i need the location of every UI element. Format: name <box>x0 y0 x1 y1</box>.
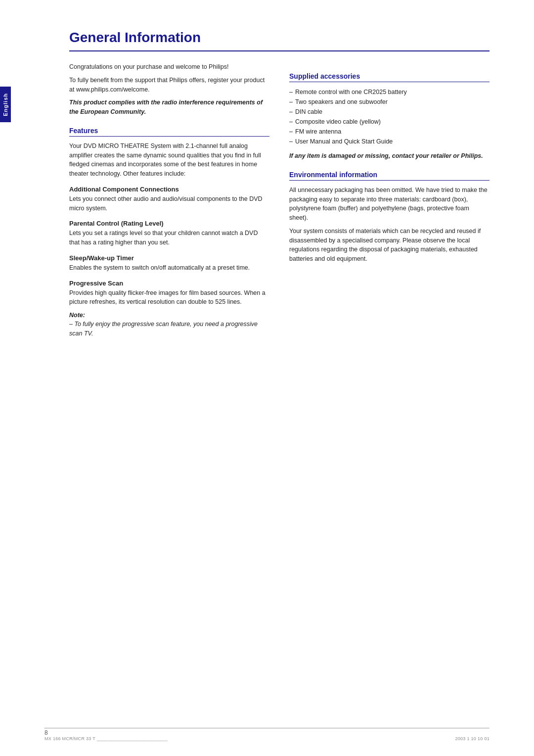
bottom-text-left: MX 166 MCR/MCR 33 T ____________________… <box>44 736 168 741</box>
environmental-heading: Environmental information <box>289 171 490 181</box>
sub-feature-2-body: Enables the system to switch on/off auto… <box>69 263 269 273</box>
accessory-item-5: User Manual and Quick Start Guide <box>289 137 490 146</box>
sub-feature-1-title: Parental Control (Rating Level) <box>69 220 269 227</box>
features-intro: Your DVD MICRO THEATRE System with 2.1-c… <box>69 142 269 179</box>
sub-feature-3-title: Progressive Scan <box>69 280 269 287</box>
compliance-text: This product complies with the radio int… <box>69 98 269 117</box>
intro-para1: Congratulations on your purchase and wel… <box>69 62 269 72</box>
page-title: General Information <box>69 30 490 46</box>
accessory-item-3: Composite video cable (yellow) <box>289 117 490 127</box>
left-column: Congratulations on your purchase and wel… <box>69 62 269 342</box>
accessory-item-4: FM wire antenna <box>289 127 490 137</box>
sub-feature-1: Parental Control (Rating Level) Lets you… <box>69 220 269 247</box>
right-column: Supplied accessories Remote control with… <box>289 62 490 342</box>
environmental-para1: All unnecessary packaging has been omitt… <box>289 186 490 223</box>
accessories-list: Remote control with one CR2025 battery T… <box>289 87 490 146</box>
page: English General Information Congratulati… <box>0 0 534 756</box>
note-text: – To fully enjoy the progressive scan fe… <box>69 320 269 338</box>
sub-feature-2-title: Sleep/Wake-up Timer <box>69 254 269 262</box>
sub-feature-0-body: Lets you connect other audio and audio/v… <box>69 194 269 213</box>
bottom-text-right: 2003 1 10 10 01 <box>455 736 490 741</box>
sub-feature-0: Additional Component Connections Lets yo… <box>69 186 269 213</box>
page-number: 8 <box>44 729 48 736</box>
language-tab: English <box>0 87 11 122</box>
sub-feature-3: Progressive Scan Provides high quality f… <box>69 280 269 307</box>
sub-feature-3-body: Provides high quality flicker-free image… <box>69 288 269 307</box>
sub-feature-2: Sleep/Wake-up Timer Enables the system t… <box>69 254 269 273</box>
environmental-para2: Your system consists of materials which … <box>289 227 490 264</box>
sub-feature-0-title: Additional Component Connections <box>69 186 269 193</box>
accessory-item-2: DIN cable <box>289 107 490 117</box>
intro-para2: To fully benefit from the support that P… <box>69 76 269 94</box>
accessories-warning: If any item is damaged or missing, conta… <box>289 151 490 161</box>
supplied-accessories-heading: Supplied accessories <box>289 72 490 82</box>
accessory-item-0: Remote control with one CR2025 battery <box>289 87 490 97</box>
note-label: Note: <box>69 312 269 319</box>
bottom-rule <box>44 728 490 729</box>
sub-feature-1-body: Lets you set a ratings level so that you… <box>69 229 269 247</box>
main-content: Congratulations on your purchase and wel… <box>69 62 490 342</box>
title-divider <box>69 50 490 51</box>
sub-features-list: Additional Component Connections Lets yo… <box>69 186 269 307</box>
accessory-item-1: Two speakers and one subwoofer <box>289 97 490 107</box>
language-tab-label: English <box>2 93 8 116</box>
features-heading: Features <box>69 127 269 137</box>
